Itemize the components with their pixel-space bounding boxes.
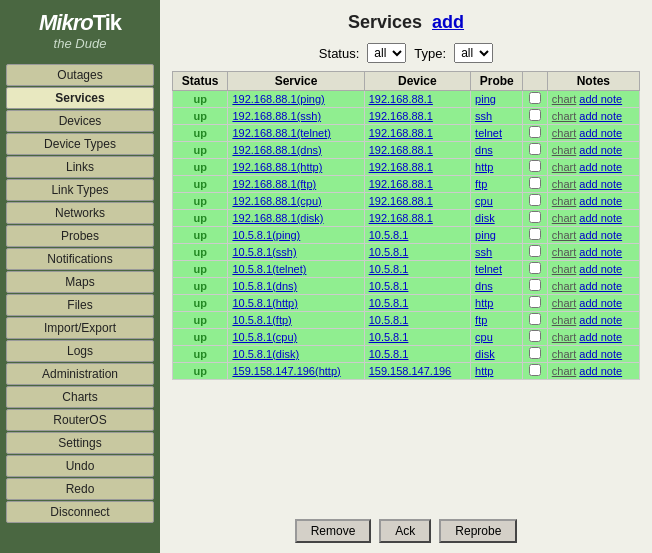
chart-link[interactable]: chart [552,229,576,241]
probe-link[interactable]: http [475,297,493,309]
service-link[interactable]: 10.5.8.1(ftp) [232,314,291,326]
add-note-link[interactable]: add note [579,314,622,326]
sidebar-item-links[interactable]: Links [6,156,154,178]
row-checkbox[interactable] [529,296,541,308]
chart-link[interactable]: chart [552,348,576,360]
add-note-link[interactable]: add note [579,297,622,309]
device-link[interactable]: 10.5.8.1 [369,263,409,275]
row-checkbox[interactable] [529,92,541,104]
probe-link[interactable]: ftp [475,178,487,190]
device-link[interactable]: 192.168.88.1 [369,161,433,173]
service-link[interactable]: 192.168.88.1(cpu) [232,195,321,207]
device-link[interactable]: 192.168.88.1 [369,110,433,122]
sidebar-item-undo[interactable]: Undo [6,455,154,477]
service-link[interactable]: 159.158.147.196(http) [232,365,340,377]
sidebar-item-devices[interactable]: Devices [6,110,154,132]
chart-link[interactable]: chart [552,178,576,190]
add-note-link[interactable]: add note [579,331,622,343]
add-note-link[interactable]: add note [579,229,622,241]
service-link[interactable]: 192.168.88.1(telnet) [232,127,330,139]
chart-link[interactable]: chart [552,314,576,326]
service-link[interactable]: 192.168.88.1(ftp) [232,178,316,190]
row-checkbox[interactable] [529,279,541,291]
device-link[interactable]: 192.168.88.1 [369,144,433,156]
chart-link[interactable]: chart [552,365,576,377]
row-checkbox[interactable] [529,126,541,138]
device-link[interactable]: 159.158.147.196 [369,365,452,377]
sidebar-item-import-export[interactable]: Import/Export [6,317,154,339]
device-link[interactable]: 10.5.8.1 [369,348,409,360]
type-select[interactable]: all [454,43,493,63]
service-link[interactable]: 192.168.88.1(ping) [232,93,324,105]
add-note-link[interactable]: add note [579,280,622,292]
add-note-link[interactable]: add note [579,127,622,139]
add-note-link[interactable]: add note [579,161,622,173]
add-note-link[interactable]: add note [579,144,622,156]
chart-link[interactable]: chart [552,110,576,122]
device-link[interactable]: 10.5.8.1 [369,280,409,292]
sidebar-item-redo[interactable]: Redo [6,478,154,500]
row-checkbox[interactable] [529,177,541,189]
device-link[interactable]: 10.5.8.1 [369,314,409,326]
probe-link[interactable]: telnet [475,263,502,275]
probe-link[interactable]: ftp [475,314,487,326]
probe-link[interactable]: ping [475,93,496,105]
add-note-link[interactable]: add note [579,348,622,360]
add-note-link[interactable]: add note [579,365,622,377]
row-checkbox[interactable] [529,143,541,155]
service-link[interactable]: 10.5.8.1(disk) [232,348,299,360]
device-link[interactable]: 192.168.88.1 [369,127,433,139]
row-checkbox[interactable] [529,211,541,223]
probe-link[interactable]: ssh [475,110,492,122]
device-link[interactable]: 192.168.88.1 [369,93,433,105]
probe-link[interactable]: http [475,365,493,377]
add-note-link[interactable]: add note [579,110,622,122]
row-checkbox[interactable] [529,245,541,257]
row-checkbox[interactable] [529,160,541,172]
row-checkbox[interactable] [529,109,541,121]
add-note-link[interactable]: add note [579,212,622,224]
chart-link[interactable]: chart [552,263,576,275]
row-checkbox[interactable] [529,313,541,325]
service-link[interactable]: 192.168.88.1(ssh) [232,110,321,122]
probe-link[interactable]: disk [475,212,495,224]
remove-button[interactable]: Remove [295,519,372,543]
probe-link[interactable]: dns [475,280,493,292]
add-link[interactable]: add [432,12,464,32]
service-link[interactable]: 10.5.8.1(dns) [232,280,297,292]
probe-link[interactable]: telnet [475,127,502,139]
service-link[interactable]: 10.5.8.1(telnet) [232,263,306,275]
sidebar-item-link-types[interactable]: Link Types [6,179,154,201]
probe-link[interactable]: dns [475,144,493,156]
chart-link[interactable]: chart [552,127,576,139]
probe-link[interactable]: cpu [475,331,493,343]
sidebar-item-disconnect[interactable]: Disconnect [6,501,154,523]
service-link[interactable]: 192.168.88.1(disk) [232,212,323,224]
row-checkbox[interactable] [529,194,541,206]
sidebar-item-logs[interactable]: Logs [6,340,154,362]
probe-link[interactable]: ssh [475,246,492,258]
ack-button[interactable]: Ack [379,519,431,543]
service-link[interactable]: 192.168.88.1(http) [232,161,322,173]
device-link[interactable]: 192.168.88.1 [369,195,433,207]
chart-link[interactable]: chart [552,212,576,224]
sidebar-item-files[interactable]: Files [6,294,154,316]
probe-link[interactable]: disk [475,348,495,360]
sidebar-item-maps[interactable]: Maps [6,271,154,293]
device-link[interactable]: 10.5.8.1 [369,246,409,258]
sidebar-item-charts[interactable]: Charts [6,386,154,408]
row-checkbox[interactable] [529,228,541,240]
chart-link[interactable]: chart [552,331,576,343]
chart-link[interactable]: chart [552,195,576,207]
reprobe-button[interactable]: Reprobe [439,519,517,543]
sidebar-item-services[interactable]: Services [6,87,154,109]
service-link[interactable]: 10.5.8.1(ssh) [232,246,296,258]
service-link[interactable]: 10.5.8.1(ping) [232,229,300,241]
row-checkbox[interactable] [529,330,541,342]
probe-link[interactable]: cpu [475,195,493,207]
chart-link[interactable]: chart [552,297,576,309]
chart-link[interactable]: chart [552,280,576,292]
probe-link[interactable]: ping [475,229,496,241]
device-link[interactable]: 192.168.88.1 [369,212,433,224]
sidebar-item-outages[interactable]: Outages [6,64,154,86]
